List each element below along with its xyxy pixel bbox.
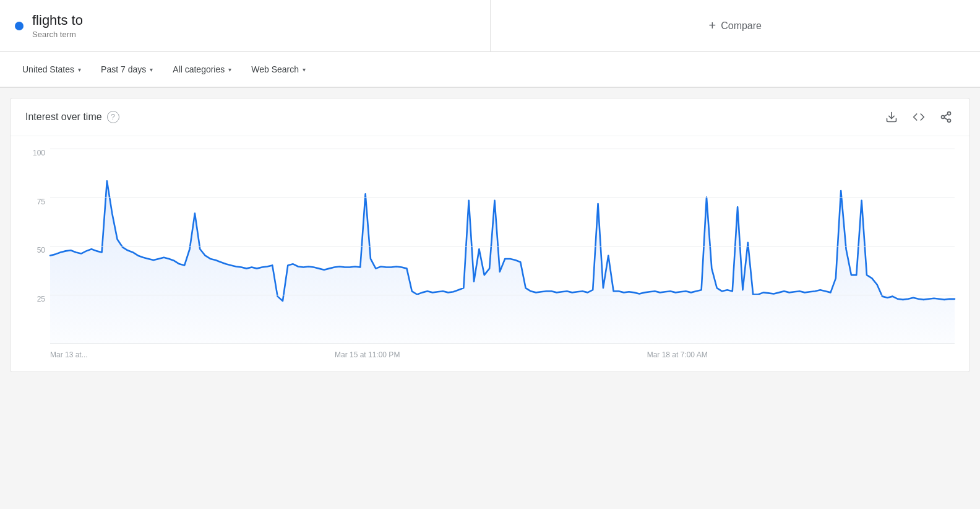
time-arrow: ▾ [150, 66, 153, 73]
search-term-box: flights to Search term [0, 0, 491, 51]
grid-line-100 [50, 149, 955, 149]
search-type-arrow: ▾ [303, 66, 306, 73]
grid-line-75 [50, 198, 955, 198]
search-term-text: flights to [32, 12, 83, 28]
chart-actions [883, 108, 955, 126]
filters-bar: United States ▾ Past 7 days ▾ All catego… [0, 52, 980, 88]
svg-line-5 [944, 114, 948, 116]
region-label: United States [22, 64, 74, 74]
x-label-mar13: Mar 13 at... [50, 350, 88, 359]
search-type-label: Web Search [251, 64, 299, 74]
time-filter[interactable]: Past 7 days ▾ [93, 59, 160, 79]
category-arrow: ▾ [228, 66, 231, 73]
help-icon[interactable]: ? [107, 111, 119, 123]
chart-area: 100 75 50 25 [11, 136, 969, 372]
y-label-100: 100 [33, 149, 45, 157]
chart-header: Interest over time ? [11, 98, 969, 136]
share-button[interactable] [937, 108, 955, 126]
grid-line-50 [50, 246, 955, 246]
download-icon [885, 111, 898, 123]
x-label-mar15: Mar 15 at 11:00 PM [335, 350, 400, 359]
chart-plot [50, 149, 955, 343]
share-icon [940, 111, 952, 123]
grid-line-25 [50, 295, 955, 295]
time-label: Past 7 days [101, 64, 146, 74]
embed-icon [913, 111, 925, 123]
download-button[interactable] [883, 108, 900, 126]
y-label-25: 25 [37, 295, 45, 303]
chart-title-area: Interest over time ? [25, 111, 119, 123]
svg-line-4 [944, 118, 948, 120]
term-info: flights to Search term [32, 12, 83, 39]
compare-plus-icon: + [709, 19, 716, 33]
search-type-filter[interactable]: Web Search ▾ [244, 59, 313, 79]
compare-box[interactable]: + Compare [491, 0, 981, 51]
region-arrow: ▾ [78, 66, 81, 73]
chart-title: Interest over time [25, 111, 102, 123]
chart-container: 100 75 50 25 [25, 149, 955, 362]
embed-button[interactable] [910, 108, 927, 126]
chart-section: Interest over time ? [10, 98, 970, 372]
category-label: All categories [173, 64, 225, 74]
category-filter[interactable]: All categories ▾ [165, 59, 239, 79]
y-axis: 100 75 50 25 [25, 149, 50, 343]
region-filter[interactable]: United States ▾ [15, 59, 88, 79]
y-label-75: 75 [37, 198, 45, 206]
search-term-label: Search term [32, 30, 83, 39]
x-label-mar18: Mar 18 at 7:00 AM [647, 350, 708, 359]
compare-label: Compare [721, 20, 762, 32]
blue-dot [15, 22, 24, 30]
top-section: flights to Search term + Compare [0, 0, 980, 52]
x-axis: Mar 13 at... Mar 15 at 11:00 PM Mar 18 a… [50, 343, 955, 362]
y-label-50: 50 [37, 246, 45, 254]
